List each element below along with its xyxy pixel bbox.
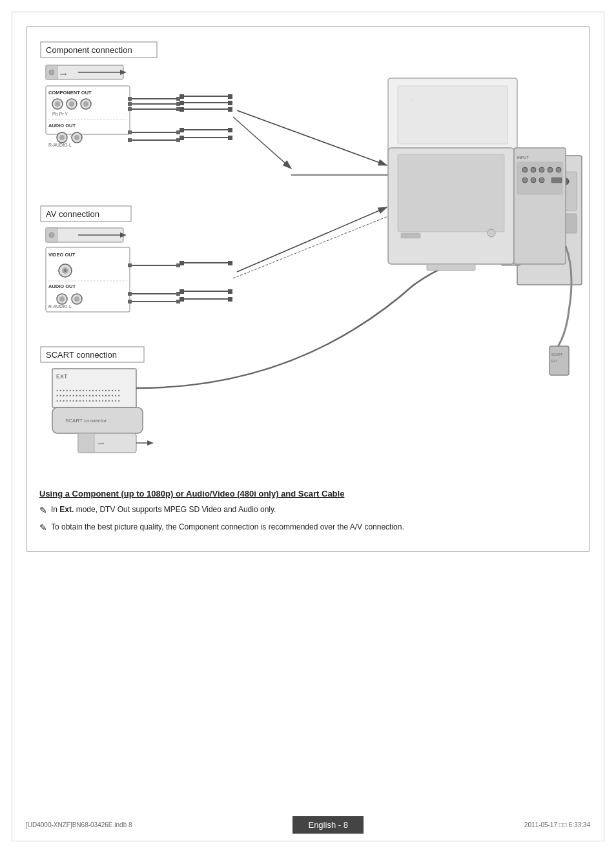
svg-text:AV connection: AV connection [46, 209, 99, 219]
svg-line-150 [237, 207, 387, 272]
diagram-box: Component connection ⟹ COMPONENT OUT [26, 26, 590, 552]
footer-date: 2011-05-17 □□ 6:33:34 [524, 821, 590, 828]
svg-text:EXT: EXT [56, 373, 68, 380]
notes-section: Using a Component (up to 1080p) or Audio… [39, 489, 577, 535]
page-border-top [12, 12, 604, 12]
svg-rect-48 [180, 128, 184, 132]
svg-line-149 [237, 110, 387, 165]
svg-line-53 [233, 117, 291, 169]
svg-point-10 [55, 101, 60, 107]
note-icon-1: ✎ [39, 504, 47, 517]
svg-rect-101 [180, 261, 184, 265]
diagram-container: Component connection ⟹ COMPONENT OUT [39, 39, 577, 478]
note-text-2: To obtain the best picture quality, the … [51, 521, 404, 533]
note-icon-2: ✎ [39, 521, 47, 535]
svg-point-12 [69, 101, 74, 107]
svg-text:VIDEO OUT: VIDEO OUT [48, 252, 76, 258]
svg-rect-40 [228, 94, 232, 99]
svg-text:⟹: ⟹ [98, 441, 104, 446]
connection-diagram: Component connection ⟹ COMPONENT OUT [39, 39, 595, 478]
svg-point-89 [74, 296, 79, 302]
svg-point-140 [522, 178, 528, 183]
svg-rect-46 [228, 107, 232, 112]
svg-point-83 [64, 269, 67, 272]
svg-point-131 [488, 229, 495, 237]
page-border-left [12, 12, 12, 841]
page-border-right [604, 12, 604, 841]
svg-marker-123 [147, 440, 154, 446]
svg-rect-144 [427, 264, 475, 271]
svg-rect-51 [180, 136, 184, 140]
svg-rect-45 [180, 107, 184, 112]
svg-rect-49 [228, 128, 232, 132]
svg-text:EXT: EXT [551, 359, 558, 363]
svg-text:SCART connection: SCART connection [46, 350, 117, 360]
svg-text:.: . [411, 96, 412, 102]
svg-rect-98 [128, 300, 132, 303]
svg-rect-43 [228, 101, 232, 105]
svg-point-141 [531, 178, 536, 183]
note-item-2: ✎ To obtain the best picture quality, th… [39, 521, 577, 535]
svg-text:●●●●●●●●●●●●●●●●●●●●: ●●●●●●●●●●●●●●●●●●●● [56, 398, 121, 402]
svg-rect-24 [128, 97, 132, 101]
svg-text:Pb    Pr     Y: Pb Pr Y [52, 112, 68, 116]
svg-point-21 [74, 135, 79, 140]
svg-rect-52 [228, 136, 232, 140]
svg-text:INPUT: INPUT [517, 156, 529, 159]
page-footer: [UD4000-XNZF]BN68-03426E.indb 8 English … [0, 816, 616, 834]
notes-title: Using a Component (up to 1080p) or Audio… [39, 489, 577, 498]
svg-rect-36 [128, 138, 132, 142]
svg-text:●●●●●●●●●●●●●●●●●●●●: ●●●●●●●●●●●●●●●●●●●● [56, 393, 121, 397]
svg-rect-27 [128, 102, 132, 106]
svg-rect-120 [78, 433, 94, 453]
svg-point-138 [548, 167, 553, 172]
svg-point-139 [556, 167, 561, 172]
svg-rect-39 [180, 94, 184, 99]
svg-rect-30 [128, 107, 132, 111]
svg-rect-55 [398, 86, 508, 144]
svg-text:R-AUDIO-L: R-AUDIO-L [48, 304, 72, 309]
svg-text:⟹: ⟹ [60, 72, 67, 76]
svg-rect-95 [128, 292, 132, 296]
svg-rect-107 [180, 297, 184, 302]
svg-point-14 [83, 101, 88, 107]
svg-point-137 [539, 167, 544, 172]
svg-text:COMPONENT OUT: COMPONENT OUT [48, 90, 92, 96]
svg-text:SCART: SCART [551, 353, 562, 356]
svg-text:AUDIO OUT: AUDIO OUT [48, 123, 76, 128]
page-border-bottom [12, 841, 604, 841]
svg-rect-105 [228, 289, 232, 294]
page-number-box: English - 8 [293, 816, 363, 834]
svg-text:●●●●●●●●●●●●●●●●●●●●: ●●●●●●●●●●●●●●●●●●●● [56, 388, 121, 392]
svg-text:R-AUDIO-L: R-AUDIO-L [48, 143, 72, 147]
note-item-1: ✎ In Ext. mode, DTV Out supports MPEG SD… [39, 504, 577, 517]
svg-point-135 [522, 167, 528, 172]
svg-rect-108 [228, 297, 232, 302]
svg-text:SCART connector: SCART connector [65, 418, 107, 424]
svg-rect-33 [128, 130, 132, 134]
svg-rect-42 [180, 101, 184, 105]
page-content: Component connection ⟹ COMPONENT OUT [26, 26, 590, 814]
svg-point-87 [59, 296, 65, 302]
footer-filename: [UD4000-XNZF]BN68-03426E.indb 8 [26, 821, 132, 828]
svg-rect-143 [551, 178, 562, 183]
note-text-1: In Ext. mode, DTV Out supports MPEG SD V… [51, 504, 276, 515]
svg-point-5 [49, 70, 54, 75]
svg-rect-92 [128, 263, 132, 267]
svg-point-78 [49, 232, 54, 238]
svg-rect-104 [180, 289, 184, 294]
component-header-label: Component connection [46, 45, 132, 55]
svg-rect-129 [398, 154, 504, 232]
svg-point-142 [539, 178, 544, 183]
svg-point-136 [531, 167, 536, 172]
svg-text:.: . [411, 107, 412, 111]
svg-point-19 [59, 135, 65, 140]
svg-rect-130 [401, 233, 420, 238]
svg-text:AUDIO OUT: AUDIO OUT [48, 283, 76, 289]
svg-rect-102 [228, 261, 232, 265]
